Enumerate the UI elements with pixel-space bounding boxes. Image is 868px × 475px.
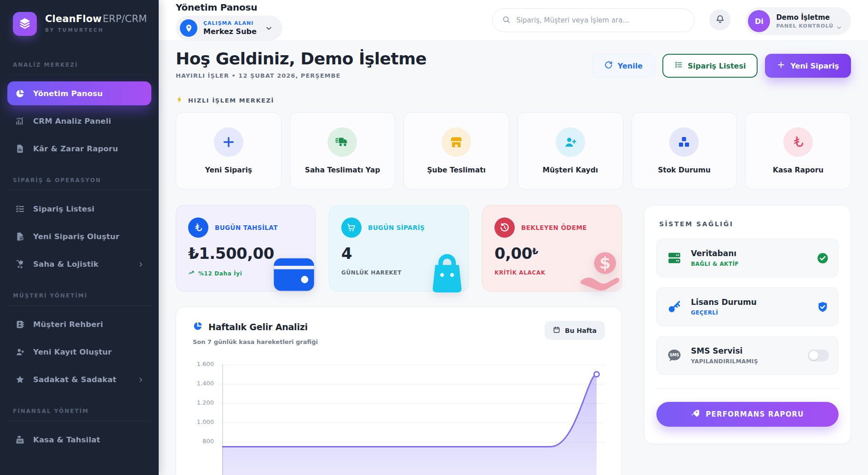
bell-icon [715,14,725,26]
sidebar-item[interactable]: Saha & Lojistik [7,252,151,276]
svg-text:$: $ [599,253,611,272]
quick-action-card[interactable]: Stok Durumu [632,112,737,189]
refresh-icon [604,61,613,71]
contacts-icon [15,319,25,329]
stat-label: BUGÜN SİPARİŞ [368,224,425,231]
sidebar-item[interactable]: Kâr & Zarar Raporu [7,137,151,160]
hand-coin-icon: $ [577,250,623,296]
stat-card-header: BEKLEYEN ÖDEME [494,217,609,238]
stat-card: BUGÜN SİPARİŞ4GÜNLÜK HAREKET [329,205,469,292]
sidebar-item[interactable]: CRM Analiz Paneli [7,109,151,133]
user-role-row: PANEL KONTROLÜ [776,23,842,29]
sidebar-item[interactable]: Kasa & Tahsilat [7,428,151,452]
sidebar-item-label: Kasa & Tahsilat [33,435,100,444]
stat-card-header: BUGÜN SİPARİŞ [341,217,456,238]
quick-actions-heading-label: HIZLI İŞLEM MERKEZİ [188,97,274,104]
sms-toggle[interactable] [808,349,829,361]
sidebar-section-label: MÜŞTERİ YÖNETİMİ [7,292,151,306]
quick-action-card[interactable]: Şube Teslimatı [403,112,509,189]
topbar-left: Yönetim Panosu ÇALIŞMA ALANI Merkez Sube [176,2,282,40]
health-item-status: YAPILANDIRILMAMIŞ [691,358,758,365]
quick-action-card[interactable]: Kasa Raporu [745,112,851,189]
sidebar-item-label: Saha & Lojistik [33,260,98,269]
performance-report-button[interactable]: PERFORMANS RAPORU [656,402,839,427]
panel-divider [656,389,839,389]
toggle-off[interactable] [808,349,829,361]
order-list-button[interactable]: Sipariş Listesi [662,54,758,78]
history-icon [494,217,515,238]
cart-icon [341,217,362,238]
handtruck-icon [15,259,25,269]
health-item-text: SMS ServisiYAPILANDIRILMAMIŞ [691,346,758,365]
toggle-knob [809,351,818,360]
pie-chart-icon [15,88,25,98]
refresh-button[interactable]: Yenile [592,54,655,78]
system-health-panel: SİSTEM SAĞLIĞI VeritabanıBAĞLI & AKTİFLi… [644,205,851,444]
main-area: Yönetim Panosu ÇALIŞMA ALANI Merkez Sube… [159,0,868,475]
sidebar-item[interactable]: Yeni Sipariş Oluştur [7,224,151,248]
sidebar-item-label: Yeni Kayıt Oluştur [33,348,112,356]
lira-icon [783,127,813,157]
key-icon [666,298,683,315]
plus-icon [214,127,243,157]
chevron-right-icon [138,261,144,267]
sidebar-item[interactable]: Yeni Kayıt Oluştur [7,340,151,364]
shield-check-icon [816,301,829,313]
health-item: Lisans DurumuGEÇERLİ [656,287,839,326]
system-health-list: VeritabanıBAĞLI & AKTİFLisans DurumuGEÇE… [656,239,839,375]
y-axis-tick-label: 1.400 [193,380,214,387]
welcome-title: Hoş Geldiniz, Demo İşletme [176,49,426,68]
user-role: PANEL KONTROLÜ [776,23,834,29]
store-icon [442,127,471,157]
welcome-date: HAYIRLI İŞLER • 12 ŞUBAT 2026, PERŞEMBE [176,72,426,79]
workspace-text: ÇALIŞMA ALANI Merkez Sube [203,20,257,36]
y-axis-tick-label: 800 [193,438,214,445]
quick-action-label: Stok Durumu [658,166,711,174]
workspace-selector[interactable]: ÇALIŞMA ALANI Merkez Sube [176,16,282,40]
sidebar-section-label: ANALİZ MERKEZİ [7,62,151,75]
trend-up-icon [188,269,195,278]
avatar: Di [748,10,770,32]
lira-icon [188,217,208,238]
chart-range-label: Bu Hafta [565,327,597,334]
chevron-right-icon [138,376,144,383]
user-menu[interactable]: Di Demo İşletme PANEL KONTROLÜ [745,7,851,35]
quick-action-card[interactable]: Müşteri Kaydı [517,112,623,189]
stats-grid: BUGÜN TAHSİLAT₺1.500,00%12 Daha İyiBUGÜN… [176,205,622,292]
topbar: Yönetim Panosu ÇALIŞMA ALANI Merkez Sube… [159,0,868,41]
new-order-button[interactable]: Yeni Sipariş [765,54,851,78]
sidebar-section: MÜŞTERİ YÖNETİMİMüşteri RehberiYeni Kayı… [7,292,151,391]
sidebar-section: ANALİZ MERKEZİYönetim PanosuCRM Analiz P… [7,62,151,160]
health-item-text: Lisans DurumuGEÇERLİ [691,298,757,316]
sidebar-item[interactable]: Yönetim Panosu [7,81,151,105]
app-root: CleanFlowERP/CRM BY TUMURTECH ANALİZ MER… [0,0,868,475]
chart-title-row: Haftalık Gelir Analizi [193,321,318,333]
refresh-button-label: Yenile [618,62,643,70]
stats-and-chart-column: BUGÜN TAHSİLAT₺1.500,00%12 Daha İyiBUGÜN… [176,205,622,475]
sidebar-item[interactable]: Sadakat & Sadakat [7,367,151,391]
quick-action-card[interactable]: Saha Teslimatı Yap [290,112,396,189]
location-pin-icon [180,19,197,37]
sidebar-item-label: Müşteri Rehberi [33,320,103,329]
sidebar-section: SİPARİŞ & OPERASYONSipariş ListesiYeni S… [7,177,151,276]
sidebar-item[interactable]: Sipariş Listesi [7,197,151,221]
chart-plot-area: 1.6001.4001.2001.000800 [193,359,605,475]
checklist-icon [674,61,683,71]
notifications-button[interactable] [709,9,730,30]
global-search [492,8,695,32]
sidebar-item[interactable]: Müşteri Rehberi [7,312,151,336]
chevron-down-icon [836,23,842,29]
sidebar-item-label: Yönetim Panosu [33,89,103,98]
content: Hoş Geldiniz, Demo İşletme HAYIRLI İŞLER… [159,41,868,475]
search-input[interactable] [516,16,685,24]
chart-range-button[interactable]: Bu Hafta [545,321,605,340]
y-axis-tick-label: 1.200 [193,399,214,406]
health-item-title: Veritabanı [691,249,739,258]
chart-header-left: Haftalık Gelir Analizi Son 7 günlük kasa… [193,321,318,345]
quick-action-card[interactable]: Yeni Sipariş [176,112,282,189]
stat-value-number: 4 [341,244,352,263]
stat-meta-label: GÜNLÜK HAREKET [341,269,402,276]
welcome-actions: Yenile Sipariş Listesi Yeni Sipariş [592,54,851,78]
quick-actions-grid: Yeni SiparişSaha Teslimatı YapŞube Tesli… [176,112,851,189]
brand: CleanFlowERP/CRM BY TUMURTECH [0,12,159,36]
